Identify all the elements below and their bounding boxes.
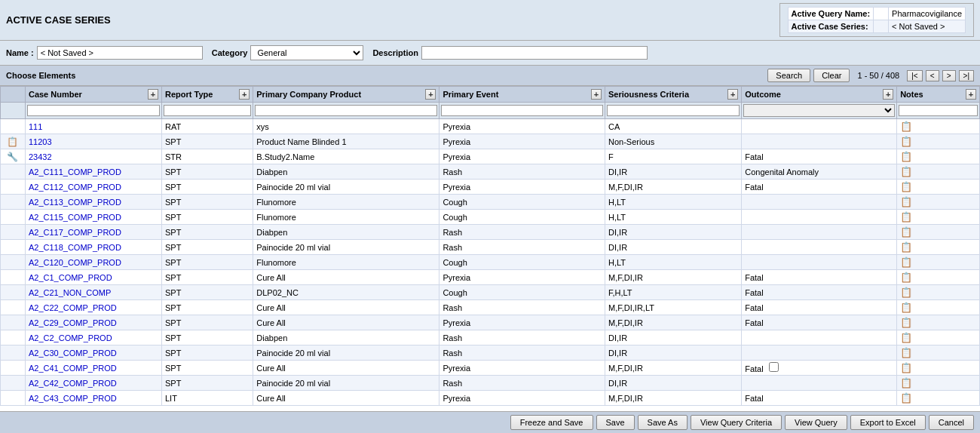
notes-icon[interactable]: 📋 bbox=[900, 196, 912, 207]
case-number-link[interactable]: A2_C41_COMP_PROD bbox=[29, 364, 117, 373]
case-number-link[interactable]: A2_C22_COMP_PROD bbox=[29, 303, 117, 312]
case-number-link[interactable]: A2_C111_COMP_PROD bbox=[29, 167, 121, 177]
category-group: Category General bbox=[212, 45, 364, 60]
filter-outcome-select[interactable] bbox=[743, 104, 895, 117]
add-outcome-icon[interactable]: + bbox=[883, 89, 893, 100]
freeze-save-button[interactable]: Freeze and Save bbox=[510, 415, 593, 430]
notes-icon[interactable]: 📋 bbox=[900, 362, 912, 373]
cell-event: Pyrexia bbox=[439, 149, 605, 164]
case-number-link[interactable]: A2_C117_COMP_PROD bbox=[29, 228, 121, 237]
case-number-link[interactable]: A2_C120_COMP_PROD bbox=[29, 258, 121, 267]
case-number-link[interactable]: A2_C29_COMP_PROD bbox=[29, 318, 117, 327]
notes-icon[interactable]: 📋 bbox=[900, 347, 912, 358]
cell-notes: 📋 bbox=[897, 240, 980, 255]
cancel-button[interactable]: Cancel bbox=[929, 415, 974, 430]
notes-icon[interactable]: 📋 bbox=[900, 392, 912, 404]
cell-event: Pyrexia bbox=[439, 391, 605, 406]
case-number-link[interactable]: A2_C118_COMP_PROD bbox=[29, 243, 121, 252]
query-name-label: Active Query Name: bbox=[788, 8, 874, 20]
cell-seriousness: Non-Serious bbox=[605, 134, 742, 149]
case-number-link[interactable]: A2_C43_COMP_PROD bbox=[29, 394, 117, 403]
save-as-button[interactable]: Save As bbox=[638, 415, 688, 430]
filter-notes[interactable] bbox=[899, 105, 978, 116]
cell-case-number: 11203 bbox=[25, 134, 161, 149]
export-to-excel-button[interactable]: Export to Excel bbox=[850, 415, 926, 430]
cell-seriousness: DI,IR bbox=[605, 330, 742, 345]
cell-outcome bbox=[742, 210, 897, 225]
last-page-button[interactable]: >| bbox=[959, 70, 974, 81]
case-number-link[interactable]: 111 bbox=[29, 122, 42, 131]
notes-icon[interactable]: 📋 bbox=[900, 287, 912, 298]
notes-icon[interactable]: 📋 bbox=[900, 317, 912, 328]
clear-button[interactable]: Clear bbox=[813, 69, 850, 82]
notes-icon[interactable]: 📋 bbox=[900, 332, 912, 343]
notes-icon[interactable]: 📋 bbox=[900, 211, 912, 223]
th-primary-company-product: Primary Company Product + bbox=[253, 87, 439, 103]
case-number-link[interactable]: A2_C21_NON_COMP bbox=[29, 288, 111, 297]
cell-outcome: Fatal bbox=[742, 149, 897, 164]
notes-icon[interactable]: 📋 bbox=[900, 272, 912, 283]
cell-seriousness: M,F,DI,IR bbox=[605, 270, 742, 285]
view-query-criteria-button[interactable]: View Query Criteria bbox=[691, 415, 782, 430]
add-notes-icon[interactable]: + bbox=[966, 89, 976, 100]
page-header: ACTIVE CASE SERIES Active Query Name: Ph… bbox=[0, 0, 980, 41]
category-select[interactable]: General bbox=[250, 45, 363, 60]
cell-notes: 📋 bbox=[897, 149, 980, 164]
filter-product[interactable] bbox=[255, 105, 437, 116]
table-row: A2_C117_COMP_PRODSPTDiabpenRashDI,IR📋 bbox=[1, 225, 980, 240]
case-number-link[interactable]: 23432 bbox=[29, 152, 52, 161]
add-report-type-icon[interactable]: + bbox=[239, 89, 250, 100]
notes-icon[interactable]: 📋 bbox=[900, 302, 912, 313]
name-input[interactable] bbox=[37, 46, 203, 60]
cell-product: Diabpen bbox=[253, 225, 439, 240]
first-page-button[interactable]: |< bbox=[907, 70, 922, 81]
case-number-link[interactable]: A2_C2_COMP_PROD bbox=[29, 333, 112, 342]
add-event-icon[interactable]: + bbox=[591, 89, 602, 100]
cell-outcome bbox=[742, 330, 897, 345]
case-number-link[interactable]: A2_C30_COMP_PROD bbox=[29, 349, 117, 358]
search-button[interactable]: Search bbox=[767, 69, 810, 82]
row-edit-icon[interactable]: 🔧 bbox=[7, 152, 18, 162]
notes-icon[interactable]: 📋 bbox=[900, 151, 912, 162]
table-row: A2_C29_COMP_PRODSPTCure AllPyrexiaM,F,DI… bbox=[1, 315, 980, 330]
add-case-number-icon[interactable]: + bbox=[148, 89, 158, 100]
add-product-icon[interactable]: + bbox=[425, 89, 436, 100]
notes-icon[interactable]: 📋 bbox=[900, 377, 912, 388]
notes-icon[interactable]: 📋 bbox=[900, 181, 912, 192]
cell-case-number: A2_C29_COMP_PROD bbox=[25, 315, 161, 330]
cell-event: Pyrexia bbox=[439, 180, 605, 195]
case-number-link[interactable]: A2_C112_COMP_PROD bbox=[29, 183, 121, 192]
name-group: Name : bbox=[6, 46, 203, 60]
filter-case-number[interactable] bbox=[27, 105, 160, 116]
cell-report-type: SPT bbox=[161, 134, 253, 149]
view-query-button[interactable]: View Query bbox=[785, 415, 847, 430]
notes-icon[interactable]: 📋 bbox=[900, 136, 912, 147]
case-number-link[interactable]: A2_C113_COMP_PROD bbox=[29, 198, 121, 207]
table-row: A2_C113_COMP_PRODSPTFlunomoreCoughH,LT📋 bbox=[1, 195, 980, 210]
description-input[interactable] bbox=[421, 46, 648, 60]
outcome-checkbox[interactable] bbox=[769, 362, 779, 372]
prev-page-button[interactable]: < bbox=[926, 70, 939, 81]
filter-serious[interactable] bbox=[607, 105, 740, 116]
next-page-button[interactable]: > bbox=[942, 70, 956, 81]
cell-outcome bbox=[742, 345, 897, 361]
save-button[interactable]: Save bbox=[596, 415, 635, 430]
row-icon-cell bbox=[1, 119, 26, 134]
add-serious-icon[interactable]: + bbox=[727, 89, 738, 100]
filter-event[interactable] bbox=[441, 105, 603, 116]
notes-icon[interactable]: 📋 bbox=[900, 226, 912, 238]
case-number-link[interactable]: 11203 bbox=[29, 137, 52, 146]
notes-icon[interactable]: 📋 bbox=[900, 241, 912, 253]
cell-notes: 📋 bbox=[897, 255, 980, 270]
notes-icon[interactable]: 📋 bbox=[900, 121, 912, 132]
notes-icon[interactable]: 📋 bbox=[900, 166, 912, 177]
notes-icon[interactable]: 📋 bbox=[900, 256, 912, 268]
case-number-link[interactable]: A2_C115_COMP_PROD bbox=[29, 213, 121, 222]
filter-report-type[interactable] bbox=[164, 105, 251, 116]
cell-report-type: RAT bbox=[161, 119, 253, 134]
case-number-link[interactable]: A2_C1_COMP_PROD bbox=[29, 273, 112, 282]
row-edit-icon[interactable]: 📋 bbox=[7, 137, 18, 147]
cell-seriousness: F bbox=[605, 149, 742, 164]
cell-notes: 📋 bbox=[897, 285, 980, 300]
case-number-link[interactable]: A2_C42_COMP_PROD bbox=[29, 379, 117, 388]
